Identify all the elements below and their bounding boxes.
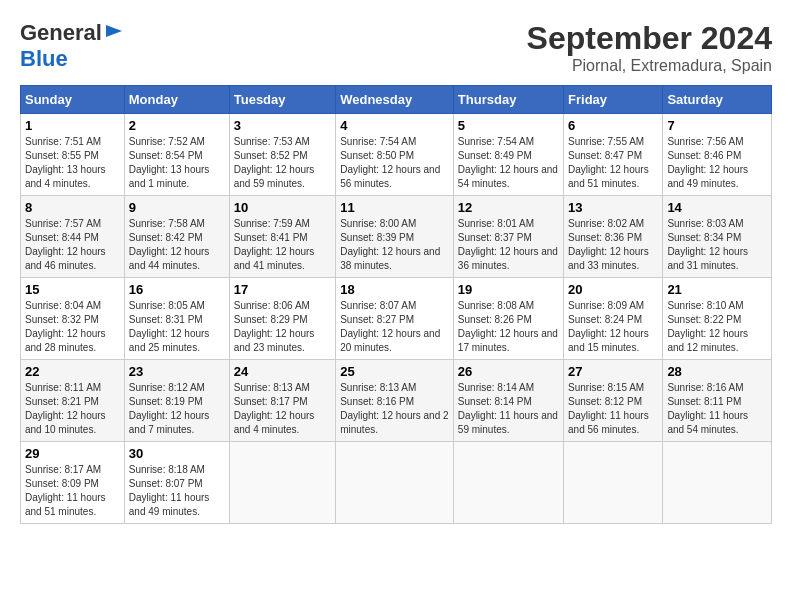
page-header: General Blue September 2024 Piornal, Ext… (20, 20, 772, 75)
day-cell: 11 Sunrise: 8:00 AM Sunset: 8:39 PM Dayl… (336, 196, 454, 278)
day-info: Sunrise: 8:16 AM Sunset: 8:11 PM Dayligh… (667, 381, 767, 437)
day-number: 25 (340, 364, 449, 379)
day-cell: 29 Sunrise: 8:17 AM Sunset: 8:09 PM Dayl… (21, 442, 125, 524)
day-number: 3 (234, 118, 331, 133)
day-info: Sunrise: 7:53 AM Sunset: 8:52 PM Dayligh… (234, 135, 331, 191)
day-info: Sunrise: 8:03 AM Sunset: 8:34 PM Dayligh… (667, 217, 767, 273)
day-cell: 28 Sunrise: 8:16 AM Sunset: 8:11 PM Dayl… (663, 360, 772, 442)
header-cell-saturday: Saturday (663, 86, 772, 114)
day-info: Sunrise: 8:15 AM Sunset: 8:12 PM Dayligh… (568, 381, 658, 437)
day-cell: 16 Sunrise: 8:05 AM Sunset: 8:31 PM Dayl… (124, 278, 229, 360)
day-number: 22 (25, 364, 120, 379)
day-number: 20 (568, 282, 658, 297)
logo-flag-icon (104, 23, 124, 43)
day-cell: 6 Sunrise: 7:55 AM Sunset: 8:47 PM Dayli… (564, 114, 663, 196)
day-number: 29 (25, 446, 120, 461)
day-info: Sunrise: 8:06 AM Sunset: 8:29 PM Dayligh… (234, 299, 331, 355)
day-cell: 1 Sunrise: 7:51 AM Sunset: 8:55 PM Dayli… (21, 114, 125, 196)
week-row-5: 29 Sunrise: 8:17 AM Sunset: 8:09 PM Dayl… (21, 442, 772, 524)
day-number: 27 (568, 364, 658, 379)
title-block: September 2024 Piornal, Extremadura, Spa… (527, 20, 772, 75)
day-info: Sunrise: 7:52 AM Sunset: 8:54 PM Dayligh… (129, 135, 225, 191)
day-info: Sunrise: 8:13 AM Sunset: 8:17 PM Dayligh… (234, 381, 331, 437)
day-cell: 19 Sunrise: 8:08 AM Sunset: 8:26 PM Dayl… (453, 278, 563, 360)
logo: General Blue (20, 20, 124, 72)
day-number: 15 (25, 282, 120, 297)
day-cell: 9 Sunrise: 7:58 AM Sunset: 8:42 PM Dayli… (124, 196, 229, 278)
day-info: Sunrise: 8:04 AM Sunset: 8:32 PM Dayligh… (25, 299, 120, 355)
day-cell: 24 Sunrise: 8:13 AM Sunset: 8:17 PM Dayl… (229, 360, 335, 442)
page-title: September 2024 (527, 20, 772, 57)
day-cell (336, 442, 454, 524)
day-info: Sunrise: 7:58 AM Sunset: 8:42 PM Dayligh… (129, 217, 225, 273)
day-cell: 10 Sunrise: 7:59 AM Sunset: 8:41 PM Dayl… (229, 196, 335, 278)
day-cell (453, 442, 563, 524)
calendar-table: SundayMondayTuesdayWednesdayThursdayFrid… (20, 85, 772, 524)
day-number: 18 (340, 282, 449, 297)
day-cell: 17 Sunrise: 8:06 AM Sunset: 8:29 PM Dayl… (229, 278, 335, 360)
day-info: Sunrise: 8:08 AM Sunset: 8:26 PM Dayligh… (458, 299, 559, 355)
day-number: 17 (234, 282, 331, 297)
header-cell-friday: Friday (564, 86, 663, 114)
day-info: Sunrise: 7:51 AM Sunset: 8:55 PM Dayligh… (25, 135, 120, 191)
day-cell: 3 Sunrise: 7:53 AM Sunset: 8:52 PM Dayli… (229, 114, 335, 196)
day-number: 11 (340, 200, 449, 215)
day-number: 6 (568, 118, 658, 133)
day-number: 21 (667, 282, 767, 297)
day-cell: 20 Sunrise: 8:09 AM Sunset: 8:24 PM Dayl… (564, 278, 663, 360)
day-info: Sunrise: 8:02 AM Sunset: 8:36 PM Dayligh… (568, 217, 658, 273)
week-row-2: 8 Sunrise: 7:57 AM Sunset: 8:44 PM Dayli… (21, 196, 772, 278)
day-number: 14 (667, 200, 767, 215)
day-number: 30 (129, 446, 225, 461)
day-number: 16 (129, 282, 225, 297)
day-cell: 7 Sunrise: 7:56 AM Sunset: 8:46 PM Dayli… (663, 114, 772, 196)
day-cell: 12 Sunrise: 8:01 AM Sunset: 8:37 PM Dayl… (453, 196, 563, 278)
header-cell-tuesday: Tuesday (229, 86, 335, 114)
day-info: Sunrise: 7:55 AM Sunset: 8:47 PM Dayligh… (568, 135, 658, 191)
day-number: 10 (234, 200, 331, 215)
day-number: 26 (458, 364, 559, 379)
day-info: Sunrise: 8:07 AM Sunset: 8:27 PM Dayligh… (340, 299, 449, 355)
day-cell: 18 Sunrise: 8:07 AM Sunset: 8:27 PM Dayl… (336, 278, 454, 360)
day-info: Sunrise: 8:12 AM Sunset: 8:19 PM Dayligh… (129, 381, 225, 437)
header-cell-thursday: Thursday (453, 86, 563, 114)
day-info: Sunrise: 8:01 AM Sunset: 8:37 PM Dayligh… (458, 217, 559, 273)
week-row-4: 22 Sunrise: 8:11 AM Sunset: 8:21 PM Dayl… (21, 360, 772, 442)
header-cell-wednesday: Wednesday (336, 86, 454, 114)
day-cell: 14 Sunrise: 8:03 AM Sunset: 8:34 PM Dayl… (663, 196, 772, 278)
day-info: Sunrise: 7:54 AM Sunset: 8:50 PM Dayligh… (340, 135, 449, 191)
day-cell (663, 442, 772, 524)
day-number: 12 (458, 200, 559, 215)
day-info: Sunrise: 8:11 AM Sunset: 8:21 PM Dayligh… (25, 381, 120, 437)
day-number: 8 (25, 200, 120, 215)
day-info: Sunrise: 7:57 AM Sunset: 8:44 PM Dayligh… (25, 217, 120, 273)
day-cell (229, 442, 335, 524)
day-cell: 13 Sunrise: 8:02 AM Sunset: 8:36 PM Dayl… (564, 196, 663, 278)
day-number: 24 (234, 364, 331, 379)
day-info: Sunrise: 7:56 AM Sunset: 8:46 PM Dayligh… (667, 135, 767, 191)
day-cell: 27 Sunrise: 8:15 AM Sunset: 8:12 PM Dayl… (564, 360, 663, 442)
logo-general-text: General (20, 20, 102, 46)
day-cell: 22 Sunrise: 8:11 AM Sunset: 8:21 PM Dayl… (21, 360, 125, 442)
day-info: Sunrise: 7:54 AM Sunset: 8:49 PM Dayligh… (458, 135, 559, 191)
day-cell: 15 Sunrise: 8:04 AM Sunset: 8:32 PM Dayl… (21, 278, 125, 360)
svg-marker-0 (106, 25, 122, 37)
day-info: Sunrise: 8:05 AM Sunset: 8:31 PM Dayligh… (129, 299, 225, 355)
week-row-1: 1 Sunrise: 7:51 AM Sunset: 8:55 PM Dayli… (21, 114, 772, 196)
day-cell: 5 Sunrise: 7:54 AM Sunset: 8:49 PM Dayli… (453, 114, 563, 196)
day-number: 1 (25, 118, 120, 133)
day-cell: 23 Sunrise: 8:12 AM Sunset: 8:19 PM Dayl… (124, 360, 229, 442)
day-cell (564, 442, 663, 524)
day-info: Sunrise: 8:00 AM Sunset: 8:39 PM Dayligh… (340, 217, 449, 273)
day-number: 23 (129, 364, 225, 379)
day-info: Sunrise: 8:10 AM Sunset: 8:22 PM Dayligh… (667, 299, 767, 355)
day-info: Sunrise: 8:14 AM Sunset: 8:14 PM Dayligh… (458, 381, 559, 437)
day-number: 7 (667, 118, 767, 133)
header-row: SundayMondayTuesdayWednesdayThursdayFrid… (21, 86, 772, 114)
day-cell: 21 Sunrise: 8:10 AM Sunset: 8:22 PM Dayl… (663, 278, 772, 360)
day-cell: 26 Sunrise: 8:14 AM Sunset: 8:14 PM Dayl… (453, 360, 563, 442)
day-number: 2 (129, 118, 225, 133)
header-cell-monday: Monday (124, 86, 229, 114)
day-info: Sunrise: 8:17 AM Sunset: 8:09 PM Dayligh… (25, 463, 120, 519)
day-cell: 2 Sunrise: 7:52 AM Sunset: 8:54 PM Dayli… (124, 114, 229, 196)
